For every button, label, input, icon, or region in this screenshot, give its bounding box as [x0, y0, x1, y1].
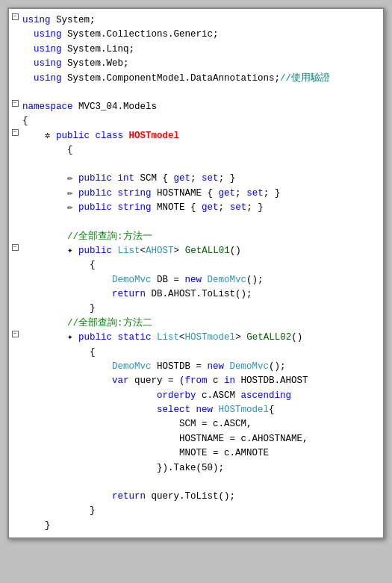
- code-line-30: HOSTNAME = c.AHOSTNAME,: [9, 432, 383, 446]
- line-content-30: HOSTNAME = c.AHOSTNAME,: [21, 432, 380, 446]
- code-line-35: }: [9, 504, 383, 518]
- code-line-12: ✏ public int SCM { get; set; }: [9, 172, 383, 186]
- line-content-10: {: [21, 143, 380, 158]
- code-line-24: {: [9, 346, 383, 360]
- line-content-7: namespace MVC3_04.Models: [21, 100, 380, 114]
- line-content-3: using System.Linq;: [21, 43, 380, 57]
- line-content-25: DemoMvc HOSTDB = new DemoMvc();: [21, 360, 380, 374]
- collapse-method2[interactable]: −: [12, 331, 19, 337]
- code-line-20: return DB.AHOST.ToList();: [9, 287, 383, 302]
- code-line-blank-1: [9, 86, 383, 100]
- code-line-blank-3: [9, 216, 383, 230]
- line-content-20: return DB.AHOST.ToList();: [21, 287, 380, 302]
- line-content-36: }: [21, 519, 380, 533]
- line-content-9: ✲ public class HOSTmodel: [21, 129, 380, 143]
- line-content-28: select new HOSTmodel{: [21, 403, 380, 417]
- line-content-4: using System.Web;: [21, 57, 380, 71]
- line-content-27: orderby c.ASCM ascending: [21, 389, 380, 403]
- line-content-5: using System.ComponentModel.DataAnnotati…: [21, 72, 380, 86]
- code-line-1: − using System;: [9, 13, 383, 28]
- line-content-2: using System.Collections.Generic;: [21, 28, 380, 42]
- code-line-blank-2: [9, 158, 383, 172]
- line-content-21: }: [21, 302, 380, 316]
- code-line-8: {: [9, 114, 383, 128]
- line-content-22: //全部查詢:方法二: [21, 317, 380, 331]
- code-line-25: DemoMvc HOSTDB = new DemoMvc();: [9, 360, 383, 374]
- line-content-35: }: [21, 504, 380, 518]
- code-line-23: − ✦ public static List<HOSTmodel> GetALL…: [9, 331, 383, 345]
- code-line-7: − namespace MVC3_04.Models: [9, 100, 383, 114]
- line-content-1: using System;: [21, 13, 380, 28]
- code-line-14: ✏ public string MNOTE { get; set; }: [9, 201, 383, 215]
- line-content-13: ✏ public string HOSTNAME { get; set; }: [21, 187, 380, 201]
- collapse-ns[interactable]: −: [12, 100, 19, 107]
- line-content-32: }).Take(50);: [21, 461, 380, 476]
- code-line-3: using System.Linq;: [9, 43, 383, 57]
- collapse-method1[interactable]: −: [12, 244, 19, 251]
- line-content-19: DemoMvc DB = new DemoMvc();: [21, 273, 380, 287]
- line-content-34: return query.ToList();: [21, 490, 380, 504]
- line-content-29: SCM = c.ASCM,: [21, 417, 380, 431]
- code-line-16: //全部查詢:方法一: [9, 230, 383, 244]
- collapse-class[interactable]: −: [12, 129, 19, 136]
- code-line-5: using System.ComponentModel.DataAnnotati…: [9, 72, 383, 86]
- code-line-10: {: [9, 143, 383, 158]
- code-line-2: using System.Collections.Generic;: [9, 28, 383, 42]
- code-line-13: ✏ public string HOSTNAME { get; set; }: [9, 187, 383, 201]
- code-line-31: MNOTE = c.AMNOTE: [9, 446, 383, 461]
- collapse-1[interactable]: −: [12, 13, 19, 20]
- line-content-8: {: [21, 114, 380, 128]
- code-line-4: using System.Web;: [9, 57, 383, 71]
- line-content-17: ✦ public List<AHOST> GetALL01(): [21, 244, 380, 258]
- code-editor-window: − using System; using System.Collections…: [7, 7, 385, 539]
- line-content-24: {: [21, 346, 380, 360]
- code-line-18: {: [9, 258, 383, 272]
- line-content-16: //全部查詢:方法一: [21, 230, 380, 244]
- code-line-21: }: [9, 302, 383, 316]
- code-line-36: }: [9, 519, 383, 533]
- code-line-27: orderby c.ASCM ascending: [9, 389, 383, 403]
- line-content-12: ✏ public int SCM { get; set; }: [21, 172, 380, 186]
- line-content-26: var query = (from c in HOSTDB.AHOST: [21, 374, 380, 388]
- code-area: − using System; using System.Collections…: [9, 9, 383, 537]
- line-content-31: MNOTE = c.AMNOTE: [21, 446, 380, 461]
- code-line-29: SCM = c.ASCM,: [9, 417, 383, 431]
- code-line-26: var query = (from c in HOSTDB.AHOST: [9, 374, 383, 388]
- line-content-14: ✏ public string MNOTE { get; set; }: [21, 201, 380, 215]
- code-line-34: return query.ToList();: [9, 490, 383, 504]
- code-line-19: DemoMvc DB = new DemoMvc();: [9, 273, 383, 287]
- code-line-blank-4: [9, 476, 383, 490]
- line-content-23: ✦ public static List<HOSTmodel> GetALL02…: [21, 331, 380, 345]
- line-content-18: {: [21, 258, 380, 272]
- code-line-28: select new HOSTmodel{: [9, 403, 383, 417]
- code-line-32: }).Take(50);: [9, 461, 383, 476]
- code-line-22: //全部查詢:方法二: [9, 317, 383, 331]
- code-line-17: − ✦ public List<AHOST> GetALL01(): [9, 244, 383, 258]
- code-line-9: − ✲ public class HOSTmodel: [9, 129, 383, 143]
